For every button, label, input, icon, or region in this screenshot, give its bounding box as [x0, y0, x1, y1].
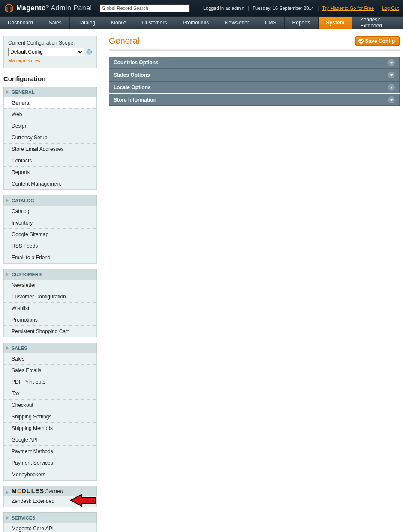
- nav-item-newsletter[interactable]: Newsletter: [217, 17, 257, 29]
- sidebar-group-customers[interactable]: CUSTOMERS: [3, 269, 97, 280]
- main-content: General Save Config Countries OptionsSta…: [109, 36, 400, 106]
- chevron-right-icon: [6, 491, 9, 494]
- sidebar-item-magento-core-api[interactable]: Magento Core API: [4, 523, 96, 532]
- config-panel-states-options[interactable]: States Options: [109, 69, 400, 81]
- sidebar: Current Configuration Scope: Default Con…: [3, 36, 97, 532]
- header-date: Tuesday, 16 September 2014: [253, 6, 314, 11]
- sidebar-item-promotions[interactable]: Promotions: [4, 314, 96, 325]
- sidebar-item-newsletter[interactable]: Newsletter: [4, 280, 96, 291]
- logout-link[interactable]: Log Out: [382, 6, 399, 11]
- nav-item-cms[interactable]: CMS: [257, 17, 285, 29]
- logo-text: Magento®Admin Panel: [16, 4, 92, 12]
- modulesgarden-logo: MODULESGarden: [12, 487, 63, 494]
- nav-item-reports[interactable]: Reports: [285, 17, 319, 29]
- magento-logo-icon: [4, 3, 14, 13]
- manage-stores-link[interactable]: Manage Stores: [8, 58, 40, 63]
- sidebar-group-sales[interactable]: SALES: [3, 343, 97, 353]
- chevron-right-icon: [6, 199, 9, 202]
- sidebar-item-google-api[interactable]: Google API: [4, 434, 96, 445]
- sidebar-item-pdf-print-outs[interactable]: PDF Print-outs: [4, 376, 96, 388]
- header-right: Logged in as admin | Tuesday, 16 Septemb…: [203, 6, 399, 11]
- sidebar-item-moneybookers[interactable]: Moneybookers: [4, 469, 96, 480]
- help-icon[interactable]: ?: [86, 49, 92, 55]
- sidebar-item-google-sitemap[interactable]: Google Sitemap: [4, 228, 96, 240]
- save-config-button[interactable]: Save Config: [355, 36, 400, 46]
- nav-item-dashboard[interactable]: Dashboard: [0, 17, 41, 29]
- sidebar-item-payment-services[interactable]: Payment Services: [4, 457, 96, 469]
- nav-item-zendesk-extended[interactable]: Zendesk Extended: [352, 17, 403, 29]
- sidebar-group-modulesgarden[interactable]: MODULESGarden: [3, 486, 97, 496]
- config-panel-countries-options[interactable]: Countries Options: [109, 57, 400, 69]
- config-panel-locale-options[interactable]: Locale Options: [109, 81, 400, 93]
- sidebar-item-shipping-methods[interactable]: Shipping Methods: [4, 422, 96, 434]
- check-icon: [358, 39, 364, 44]
- admin-header: Magento®Admin Panel Logged in as admin |…: [0, 0, 403, 16]
- global-search-input[interactable]: [100, 4, 190, 12]
- sidebar-item-payment-methods[interactable]: Payment Methods: [4, 445, 96, 457]
- nav-item-promotions[interactable]: Promotions: [175, 17, 217, 29]
- nav-item-catalog[interactable]: Catalog: [70, 17, 103, 29]
- sidebar-group-catalog[interactable]: CATALOG: [3, 195, 97, 206]
- sidebar-item-email-to-a-friend[interactable]: Email to a Friend: [4, 252, 96, 263]
- chevron-down-icon: [388, 72, 395, 78]
- nav-item-customers[interactable]: Customers: [134, 17, 175, 29]
- chevron-down-icon: [388, 59, 395, 66]
- sidebar-item-customer-configuration[interactable]: Customer Configuration: [4, 291, 96, 302]
- svg-text:?: ?: [88, 50, 90, 54]
- chevron-right-icon: [6, 516, 9, 520]
- logged-in-text: Logged in as admin: [203, 6, 244, 11]
- sidebar-item-wishlist[interactable]: Wishlist: [4, 302, 96, 314]
- sidebar-item-inventory[interactable]: Inventory: [4, 217, 96, 228]
- sidebar-item-general[interactable]: General: [4, 97, 96, 108]
- sidebar-item-currency-setup[interactable]: Currency Setup: [4, 132, 96, 143]
- sidebar-group-general[interactable]: GENERAL: [3, 87, 97, 97]
- sidebar-item-store-email-addresses[interactable]: Store Email Addresses: [4, 143, 96, 155]
- sidebar-group-services[interactable]: SERVICES: [3, 512, 97, 523]
- nav-item-system[interactable]: System: [319, 17, 353, 29]
- annotation-arrow-icon: [69, 494, 96, 507]
- sidebar-item-checkout[interactable]: Checkout: [4, 399, 96, 411]
- sidebar-item-design[interactable]: Design: [4, 120, 96, 132]
- nav-item-sales[interactable]: Sales: [41, 17, 70, 29]
- sidebar-item-contacts[interactable]: Contacts: [4, 155, 96, 166]
- divider: [109, 49, 400, 51]
- chevron-right-icon: [6, 346, 9, 350]
- sidebar-item-persistent-shopping-cart[interactable]: Persistent Shopping Cart: [4, 325, 96, 337]
- sidebar-item-content-management[interactable]: Content Management: [4, 178, 96, 189]
- sidebar-item-sales[interactable]: Sales: [4, 353, 96, 364]
- sidebar-item-rss-feeds[interactable]: RSS Feeds: [4, 240, 96, 252]
- chevron-down-icon: [388, 96, 395, 103]
- config-panel-store-information[interactable]: Store Information: [109, 94, 400, 106]
- nav-item-mobile[interactable]: Mobile: [103, 17, 134, 29]
- chevron-right-icon: [6, 90, 9, 94]
- sidebar-item-web[interactable]: Web: [4, 108, 96, 120]
- config-scope-box: Current Configuration Scope: Default Con…: [3, 36, 97, 68]
- configuration-heading: Configuration: [3, 75, 97, 82]
- try-magento-link[interactable]: Try Magento Go for Free: [322, 6, 374, 11]
- scope-select[interactable]: Default Config: [8, 48, 84, 56]
- sidebar-item-sales-emails[interactable]: Sales Emails: [4, 364, 96, 376]
- sidebar-item-reports[interactable]: Reports: [4, 166, 96, 178]
- chevron-right-icon: [6, 273, 9, 276]
- main-nav: DashboardSalesCatalogMobileCustomersProm…: [0, 16, 403, 29]
- logo: Magento®Admin Panel: [4, 3, 92, 13]
- scope-label: Current Configuration Scope:: [8, 40, 92, 46]
- sidebar-item-catalog[interactable]: Catalog: [4, 206, 96, 217]
- sidebar-item-shipping-settings[interactable]: Shipping Settings: [4, 411, 96, 422]
- page-title: General: [109, 36, 139, 46]
- chevron-down-icon: [388, 84, 395, 91]
- sidebar-item-tax[interactable]: Tax: [4, 388, 96, 399]
- sidebar-item-zendesk-extended[interactable]: Zendesk Extended: [4, 496, 96, 507]
